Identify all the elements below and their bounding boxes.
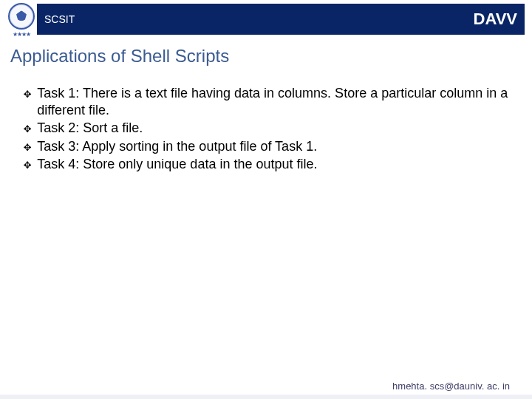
- bullet-list: ✥ Task 1: There is a text file having da…: [24, 85, 508, 174]
- logo: ★★★★: [6, 3, 37, 38]
- header-bar: SCSIT DAVV: [37, 4, 525, 35]
- bottom-band: [0, 395, 532, 399]
- logo-emblem-icon: [8, 3, 35, 30]
- header-right-label: DAVV: [474, 10, 518, 29]
- bullet-text: Task 1: There is a text file having data…: [37, 85, 508, 118]
- bullet-icon: ✥: [24, 120, 31, 136]
- list-item: ✥ Task 1: There is a text file having da…: [24, 85, 508, 118]
- list-item: ✥ Task 3: Apply sorting in the output fi…: [24, 138, 508, 155]
- logo-stars: ★★★★: [13, 31, 30, 38]
- bullet-text: Task 3: Apply sorting in the output file…: [37, 138, 317, 155]
- bullet-text: Task 4: Store only unique data in the ou…: [37, 156, 317, 173]
- slide-title: Applications of Shell Scripts: [10, 46, 229, 66]
- bullet-icon: ✥: [24, 86, 31, 101]
- list-item: ✥ Task 2: Sort a file.: [24, 120, 508, 137]
- bullet-text: Task 2: Sort a file.: [37, 120, 143, 137]
- slide: ★★★★ SCSIT DAVV Applications of Shell Sc…: [0, 0, 532, 399]
- bullet-icon: ✥: [24, 139, 31, 154]
- header-left-label: SCSIT: [44, 13, 75, 25]
- list-item: ✥ Task 4: Store only unique data in the …: [24, 156, 508, 173]
- footer-email: hmehta. scs@dauniv. ac. in: [0, 381, 532, 392]
- bullet-icon: ✥: [24, 157, 31, 172]
